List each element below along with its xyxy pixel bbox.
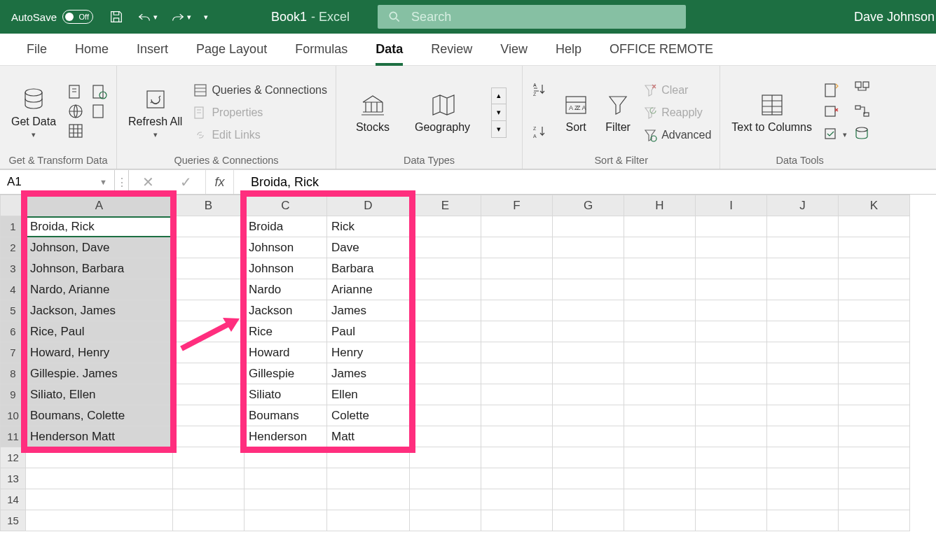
cell-I5[interactable]	[696, 300, 767, 321]
sort-asc-button[interactable]: AZ	[530, 82, 549, 102]
cell-F6[interactable]	[481, 321, 553, 342]
cell-G11[interactable]	[553, 426, 624, 447]
cell-D10[interactable]: Colette	[327, 405, 410, 426]
cell-D2[interactable]: Dave	[327, 237, 410, 258]
row-header-15[interactable]: 15	[1, 510, 26, 531]
get-data-button[interactable]: Get Data ▾	[7, 84, 60, 140]
consolidate-button[interactable]	[853, 80, 872, 100]
cell-I4[interactable]	[696, 279, 767, 300]
tab-home[interactable]: Home	[61, 34, 123, 66]
cell-J13[interactable]	[767, 468, 839, 489]
cell-G14[interactable]	[553, 489, 624, 510]
cell-I1[interactable]	[696, 216, 767, 237]
cell-B15[interactable]	[173, 510, 245, 531]
flash-fill-button[interactable]	[822, 82, 847, 102]
cell-G1[interactable]	[553, 216, 624, 237]
cell-F3[interactable]	[481, 258, 553, 279]
cell-G9[interactable]	[553, 384, 624, 405]
row-header-10[interactable]: 10	[1, 405, 26, 426]
cell-K14[interactable]	[839, 489, 910, 510]
cell-C4[interactable]: Nardo	[245, 279, 327, 300]
cell-K5[interactable]	[839, 300, 910, 321]
row-header-3[interactable]: 3	[1, 258, 26, 279]
cell-A12[interactable]	[26, 447, 173, 468]
col-header-E[interactable]: E	[410, 195, 481, 216]
cell-I6[interactable]	[696, 321, 767, 342]
cell-I3[interactable]	[696, 258, 767, 279]
tab-view[interactable]: View	[486, 34, 542, 66]
col-header-H[interactable]: H	[624, 195, 696, 216]
cell-C14[interactable]	[245, 489, 327, 510]
cell-G4[interactable]	[553, 279, 624, 300]
cell-H3[interactable]	[624, 258, 696, 279]
cell-B7[interactable]	[173, 342, 245, 363]
cell-D11[interactable]: Matt	[327, 426, 410, 447]
cell-I13[interactable]	[696, 468, 767, 489]
cell-K1[interactable]	[839, 216, 910, 237]
cell-D12[interactable]	[327, 447, 410, 468]
cell-K10[interactable]	[839, 405, 910, 426]
cell-A1[interactable]: Broida, Rick	[26, 216, 173, 237]
cell-E8[interactable]	[410, 363, 481, 384]
advanced-filter-button[interactable]: Advanced	[642, 125, 713, 145]
qat-customize-icon[interactable]: ▾	[204, 13, 208, 22]
cell-B4[interactable]	[173, 279, 245, 300]
cell-C11[interactable]: Henderson	[245, 426, 327, 447]
cell-H14[interactable]	[624, 489, 696, 510]
cell-J6[interactable]	[767, 321, 839, 342]
col-header-I[interactable]: I	[696, 195, 767, 216]
cell-I12[interactable]	[696, 447, 767, 468]
col-header-B[interactable]: B	[173, 195, 245, 216]
cell-D7[interactable]: Henry	[327, 342, 410, 363]
cell-H4[interactable]	[624, 279, 696, 300]
col-header-J[interactable]: J	[767, 195, 839, 216]
cell-A5[interactable]: Jackson, James	[26, 300, 173, 321]
cell-F13[interactable]	[481, 468, 553, 489]
row-header-12[interactable]: 12	[1, 447, 26, 468]
cell-K2[interactable]	[839, 237, 910, 258]
cell-A13[interactable]	[26, 468, 173, 489]
cell-G8[interactable]	[553, 363, 624, 384]
cell-A7[interactable]: Howard, Henry	[26, 342, 173, 363]
cell-A11[interactable]: Henderson Matt	[26, 426, 173, 447]
cell-E3[interactable]	[410, 258, 481, 279]
remove-duplicates-button[interactable]	[822, 104, 847, 124]
cell-D15[interactable]	[327, 510, 410, 531]
cell-K13[interactable]	[839, 468, 910, 489]
cell-I9[interactable]	[696, 384, 767, 405]
cell-J11[interactable]	[767, 426, 839, 447]
cell-H15[interactable]	[624, 510, 696, 531]
cell-B13[interactable]	[173, 468, 245, 489]
cell-H12[interactable]	[624, 447, 696, 468]
row-header-9[interactable]: 9	[1, 384, 26, 405]
cell-J4[interactable]	[767, 279, 839, 300]
cell-H13[interactable]	[624, 468, 696, 489]
row-header-13[interactable]: 13	[1, 468, 26, 489]
cell-K3[interactable]	[839, 258, 910, 279]
cell-E10[interactable]	[410, 405, 481, 426]
cell-F12[interactable]	[481, 447, 553, 468]
cell-D6[interactable]: Paul	[327, 321, 410, 342]
col-header-F[interactable]: F	[481, 195, 553, 216]
row-header-6[interactable]: 6	[1, 321, 26, 342]
cell-J5[interactable]	[767, 300, 839, 321]
from-text-button[interactable]	[66, 83, 109, 100]
cell-B11[interactable]	[173, 426, 245, 447]
tab-data[interactable]: Data	[362, 34, 417, 66]
cancel-formula-button[interactable]: ✕	[142, 174, 154, 190]
from-web-button[interactable]	[66, 103, 109, 120]
queries-connections-button[interactable]: Queries & Connections	[192, 80, 329, 100]
cell-F2[interactable]	[481, 237, 553, 258]
redo-button[interactable]: ▾	[170, 9, 191, 24]
cell-A3[interactable]: Johnson, Barbara	[26, 258, 173, 279]
cell-K9[interactable]	[839, 384, 910, 405]
undo-button[interactable]: ▾	[137, 9, 158, 24]
col-header-C[interactable]: C	[245, 195, 327, 216]
cell-G6[interactable]	[553, 321, 624, 342]
tab-formulas[interactable]: Formulas	[281, 34, 362, 66]
select-all-corner[interactable]	[1, 195, 26, 216]
cell-C13[interactable]	[245, 468, 327, 489]
cell-E14[interactable]	[410, 489, 481, 510]
cell-H9[interactable]	[624, 384, 696, 405]
cell-E4[interactable]	[410, 279, 481, 300]
